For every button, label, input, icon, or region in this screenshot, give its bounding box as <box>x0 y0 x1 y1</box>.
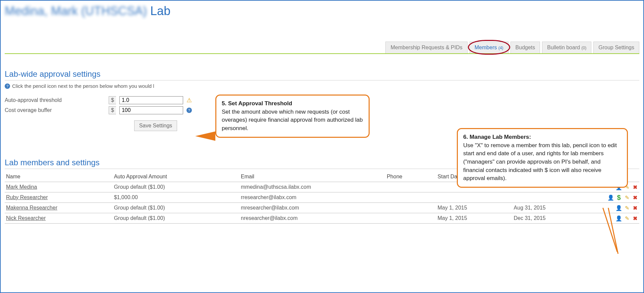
member-email: nresearcher@ilabx.com <box>239 213 385 224</box>
pencil-icon[interactable]: ✎ <box>624 215 630 221</box>
member-phone <box>385 182 436 192</box>
member-start-date <box>436 192 513 203</box>
col-amount: Auto Approval Amount <box>113 172 239 182</box>
col-phone: Phone <box>385 172 436 182</box>
tab-bulletin-board[interactable]: Bulletin board (0) <box>542 42 591 53</box>
currency-symbol: $ <box>109 106 116 114</box>
member-amount: Group default ($1.00) <box>113 203 239 213</box>
table-row: Makenna ResearcherGroup default ($1.00)m… <box>5 203 639 213</box>
user-icon[interactable]: 👤 <box>616 215 622 221</box>
member-name-link[interactable]: Nick Researcher <box>6 215 46 221</box>
lab-owner-name: Medina, Mark (UTHSCSA) <box>5 4 147 18</box>
page-title: Medina, Mark (UTHSCSA) Lab <box>5 4 639 18</box>
tab-label: Members <box>475 45 498 50</box>
member-email: rresearcher@ilabx.com <box>239 192 385 203</box>
tab-label: Group Settings <box>598 45 634 50</box>
dollar-icon[interactable]: $ <box>616 194 622 200</box>
tab-bar: Membership Requests & PIDs Members (4)Bu… <box>5 42 639 54</box>
member-amount: Group default ($1.00) <box>113 213 239 224</box>
member-amount: $1,000.00 <box>113 192 239 203</box>
tab-label: Membership Requests & PIDs <box>390 45 462 50</box>
user-icon[interactable]: 👤 <box>616 205 622 211</box>
member-email: mmedina@uthscsa.ilabx.com <box>239 182 385 192</box>
table-row: Nick ResearcherGroup default ($1.00)nres… <box>5 213 639 224</box>
callout-5: 5. Set Approval Threshold Set the amount… <box>215 95 370 138</box>
tab-members[interactable]: Members (4) <box>470 42 508 53</box>
member-end-date <box>513 192 589 203</box>
member-start-date: May 1, 2015 <box>436 203 513 213</box>
member-actions: 👤✎✖ <box>590 215 638 221</box>
help-icon[interactable]: ? <box>5 83 10 89</box>
buffer-input[interactable] <box>119 106 183 114</box>
threshold-label: Auto-approval threshold <box>5 97 105 103</box>
member-start-date: May 1, 2015 <box>436 213 513 224</box>
member-name-link[interactable]: Mark Medina <box>6 184 37 190</box>
approval-help-row: ? Click the pencil icon next to the pers… <box>5 83 639 89</box>
tab-count: (4) <box>498 46 503 50</box>
col-email: Email <box>239 172 385 182</box>
member-amount: Group default ($1.00) <box>113 182 239 192</box>
approval-help-text: Click the pencil icon next to the person… <box>12 83 154 89</box>
help-icon[interactable]: ? <box>186 108 192 113</box>
remove-icon[interactable]: ✖ <box>632 205 638 211</box>
buffer-label: Cost overage buffer <box>5 107 105 113</box>
pencil-icon[interactable]: ✎ <box>624 205 630 211</box>
member-phone <box>385 203 436 213</box>
currency-symbol: $ <box>109 96 116 104</box>
approval-section-title: Lab-wide approval settings <box>5 69 639 80</box>
member-email: mresearcher@ilabx.com <box>239 203 385 213</box>
remove-icon[interactable]: ✖ <box>632 215 638 221</box>
member-end-date: Dec 31, 2015 <box>513 213 589 224</box>
tab-label: Bulletin board <box>547 45 581 50</box>
member-name-link[interactable]: Ruby Researcher <box>6 194 48 200</box>
remove-icon[interactable]: ✖ <box>632 184 638 190</box>
member-name-link[interactable]: Makenna Researcher <box>6 205 57 211</box>
threshold-input[interactable] <box>119 96 183 104</box>
callout-5-pointer <box>195 131 215 141</box>
member-actions: 👤$✎✖ <box>590 194 638 200</box>
tab-group-settings[interactable]: Group Settings <box>593 42 639 53</box>
callout-6: 6. Manage Lab Members: Use "X" to remove… <box>457 128 628 188</box>
user-icon[interactable]: 👤 <box>608 194 614 200</box>
member-phone <box>385 192 436 203</box>
member-actions: 👤✎✖ <box>590 205 638 211</box>
table-row: Ruby Researcher$1,000.00rresearcher@ilab… <box>5 192 639 203</box>
tab-label: Budgets <box>516 45 535 50</box>
tab-membership-requests-pids[interactable]: Membership Requests & PIDs <box>385 42 467 53</box>
pencil-icon[interactable]: ✎ <box>624 194 630 200</box>
col-name: Name <box>5 172 113 182</box>
callout-6-title: 6. Manage Lab Members: <box>463 134 531 140</box>
tab-count: (0) <box>582 46 587 50</box>
save-settings-button[interactable]: Save Settings <box>134 120 177 131</box>
callout-5-title: 5. Set Approval Threshold <box>222 100 292 107</box>
member-end-date: Aug 31, 2015 <box>513 203 589 213</box>
member-phone <box>385 213 436 224</box>
warning-icon: ⚠ <box>186 97 192 104</box>
lab-title-suffix: Lab <box>150 4 170 18</box>
callout-6-body: Use "X" to remove a member from this lab… <box>463 142 617 182</box>
remove-icon[interactable]: ✖ <box>632 194 638 200</box>
callout-5-body: Set the amount above which new requests … <box>222 109 363 131</box>
tab-budgets[interactable]: Budgets <box>511 42 540 53</box>
